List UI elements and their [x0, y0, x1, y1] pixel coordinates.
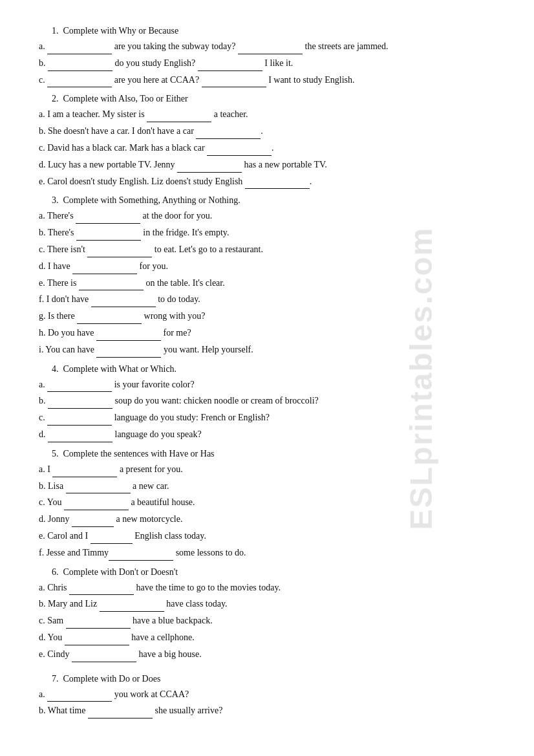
section-7-title: 7. Complete with Do or Does: [52, 674, 508, 684]
s4-line-c: c. language do you study: French or Engl…: [39, 410, 508, 426]
section-3-title: 3. Complete with Something, Anything or …: [52, 195, 508, 206]
s3-line-f: f. I don't have to do today.: [39, 292, 508, 307]
s5-line-c: c. You a beautiful house.: [39, 495, 508, 510]
s2-line-a: a. I am a teacher. My sister is a teache…: [39, 107, 508, 122]
s3-line-h: h. Do you have for me?: [39, 325, 508, 341]
s1-line-a: a. are you taking the subway today? the …: [39, 39, 508, 54]
s3-line-c: c. There isn't to eat. Let's go to a res…: [39, 242, 508, 257]
s6-line-d: d. You have a cellphone.: [39, 630, 508, 645]
s1-line-c: c. are you here at CCAA? I want to study…: [39, 72, 508, 88]
s7-line-b: b. What time she usually arrive?: [39, 703, 508, 718]
s2-line-d: d. Lucy has a new portable TV. Jenny has…: [39, 157, 508, 173]
s6-line-e: e. Cindy have a big house.: [39, 647, 508, 662]
s3-line-a: a. There's at the door for you.: [39, 208, 508, 224]
s3-line-e: e. There is on the table. It's clear.: [39, 275, 508, 291]
section-1-title: 1. Complete with Why or Because: [52, 26, 508, 36]
s4-line-a: a. is your favorite color?: [39, 377, 508, 393]
s5-line-f: f. Jesse and Timmy some lessons to do.: [39, 545, 508, 561]
section-2-title: 2. Complete with Also, Too or Either: [52, 94, 508, 104]
s3-line-b: b. There's in the fridge. It's empty.: [39, 225, 508, 241]
s3-line-i: i. You can have you want. Help yourself.: [39, 342, 508, 358]
s1-line-b: b. do you study English? I like it.: [39, 56, 508, 71]
section-4-title: 4. Complete with What or Which.: [52, 364, 508, 374]
s4-line-b: b. soup do you want: chicken noodle or c…: [39, 393, 508, 409]
s5-line-e: e. Carol and I English class today.: [39, 528, 508, 544]
s5-line-b: b. Lisa a new car.: [39, 479, 508, 494]
s2-line-b: b. She doesn't have a car. I don't have …: [39, 124, 508, 139]
s7-line-a: a. you work at CCAA?: [39, 687, 508, 702]
s4-line-d: d. language do you speak?: [39, 427, 508, 442]
s2-line-c: c. David has a black car. Mark has a bla…: [39, 140, 508, 156]
section-6-title: 6. Complete with Don't or Doesn't: [52, 567, 508, 578]
s5-line-a: a. I a present for you.: [39, 462, 508, 477]
s5-line-d: d. Jonny a new motorcycle.: [39, 512, 508, 527]
s6-line-a: a. Chris have the time to go to the movi…: [39, 580, 508, 596]
section-5-title: 5. Complete the sentences with Have or H…: [52, 449, 508, 459]
s6-line-b: b. Mary and Liz have class today.: [39, 596, 508, 612]
s3-line-g: g. Is there wrong with you?: [39, 308, 508, 324]
s6-line-c: c. Sam have a blue backpack.: [39, 613, 508, 629]
s3-line-d: d. I have for you.: [39, 259, 508, 274]
s2-line-e: e. Carol doesn't study English. Liz doen…: [39, 174, 508, 189]
